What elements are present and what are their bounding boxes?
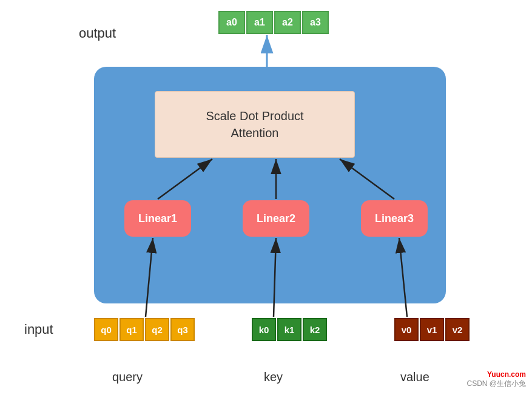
watermark-line2: CSDN @生信小兔 bbox=[466, 379, 526, 389]
query-label: query bbox=[112, 370, 143, 384]
output-boxes: a0 a1 a2 a3 bbox=[218, 11, 329, 34]
output-box-a1: a1 bbox=[246, 11, 273, 34]
diagram-container: output a0 a1 a2 a3 Scale Dot ProductAtte… bbox=[0, 0, 532, 406]
input-label: input bbox=[24, 322, 53, 337]
watermark: Yuucn.com CSDN @生信小兔 bbox=[466, 370, 526, 389]
output-box-a2: a2 bbox=[274, 11, 301, 34]
linear1-box: Linear1 bbox=[124, 200, 191, 237]
key-box-k2: k2 bbox=[303, 318, 327, 341]
key-boxes: k0 k1 k2 bbox=[252, 318, 327, 341]
query-boxes: q0 q1 q2 q3 bbox=[94, 318, 195, 341]
key-box-k1: k1 bbox=[277, 318, 301, 341]
key-label: key bbox=[264, 370, 283, 384]
query-box-q2: q2 bbox=[145, 318, 169, 341]
linear3-box: Linear3 bbox=[361, 200, 428, 237]
value-boxes: v0 v1 v2 bbox=[394, 318, 470, 341]
attention-box: Scale Dot ProductAttention bbox=[155, 91, 355, 158]
value-box-v0: v0 bbox=[394, 318, 419, 341]
query-box-q3: q3 bbox=[170, 318, 195, 341]
output-box-a0: a0 bbox=[218, 11, 245, 34]
output-label: output bbox=[79, 25, 116, 41]
query-box-q1: q1 bbox=[120, 318, 144, 341]
query-box-q0: q0 bbox=[94, 318, 118, 341]
key-box-k0: k0 bbox=[252, 318, 276, 341]
watermark-line1: Yuucn.com bbox=[466, 370, 526, 379]
value-box-v1: v1 bbox=[420, 318, 444, 341]
attention-label: Scale Dot ProductAttention bbox=[206, 107, 303, 141]
linear2-box: Linear2 bbox=[243, 200, 309, 237]
output-box-a3: a3 bbox=[302, 11, 329, 34]
value-box-v2: v2 bbox=[445, 318, 470, 341]
value-label: value bbox=[400, 370, 429, 384]
